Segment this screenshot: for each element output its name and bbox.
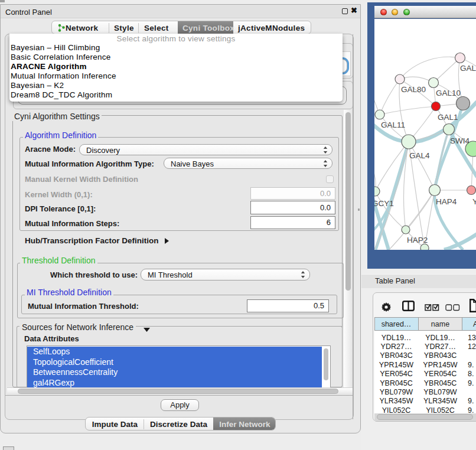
svg-text:SWI4: SWI4 (450, 136, 470, 145)
svg-text:GAL11: GAL11 (381, 120, 405, 129)
svg-text:HAP4: HAP4 (436, 197, 457, 206)
svg-text:GAL4: GAL4 (409, 151, 430, 160)
svg-text:GAL80: GAL80 (401, 85, 426, 94)
svg-text:GAL: GAL (460, 64, 476, 73)
svg-text:HAP2: HAP2 (407, 236, 428, 244)
svg-text:Y: Y (472, 197, 476, 206)
svg-text:GAL10: GAL10 (436, 89, 461, 97)
svg-text:GCY1: GCY1 (374, 199, 394, 208)
svg-text:GAL1: GAL1 (438, 113, 458, 122)
